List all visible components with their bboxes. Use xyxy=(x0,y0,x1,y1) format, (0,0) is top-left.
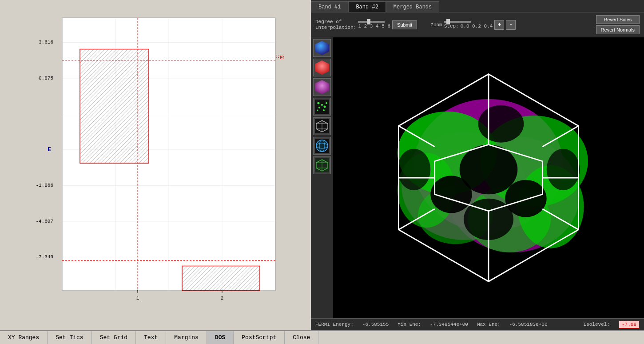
svg-point-36 xyxy=(324,106,326,108)
min-ene-label: Min Ene: xyxy=(398,322,421,327)
svg-text:-4.607: -4.607 xyxy=(36,219,53,224)
set-tics-button[interactable]: Set Tics xyxy=(48,331,91,344)
viz-area xyxy=(311,37,644,318)
dos-button[interactable]: DOS xyxy=(207,331,234,344)
zoom-group: Zoom Step: 0.0 0.2 0.4 + - xyxy=(430,20,516,30)
zoom-minus-button[interactable]: - xyxy=(506,20,516,30)
sidebar-icons xyxy=(311,37,333,318)
icon-crystal-purple[interactable] xyxy=(313,78,331,96)
svg-point-38 xyxy=(317,110,318,111)
svg-rect-16 xyxy=(80,49,149,164)
revert-buttons: Revert Sides Revert Normals xyxy=(596,15,640,34)
icon-crystal-blue[interactable] xyxy=(313,39,331,57)
degree-group: Degree of Interpolation: 1 2 3 4 5 6 Sub… xyxy=(315,19,417,30)
interpolation-label: Interpolation: xyxy=(315,25,356,30)
icon-sphere-teal[interactable] xyxy=(313,137,331,155)
viz-canvas[interactable] xyxy=(333,37,644,318)
isolevel-value[interactable]: -7.08 xyxy=(619,320,640,328)
isolevel-label: Isolevel: xyxy=(584,322,610,327)
fermi-energy-label: FERMI Energy: xyxy=(315,322,354,327)
icon-crystal-red[interactable] xyxy=(313,59,331,76)
tab-band2[interactable]: Band #2 xyxy=(348,1,386,12)
svg-text:-1.866: -1.866 xyxy=(36,183,53,188)
degree-values: 1 2 3 4 5 6 xyxy=(358,24,390,29)
chart-area: Ef 3.616 0.875 E -1.866 -4.607 -7.349 1 … xyxy=(0,0,311,330)
icon-wireframe-green[interactable] xyxy=(313,156,331,174)
chart-svg: Ef 3.616 0.875 E -1.866 -4.607 -7.349 1 … xyxy=(36,9,284,304)
icon-wireframe-dark[interactable] xyxy=(313,117,331,135)
max-ene-value: -6.585183e+00 xyxy=(509,322,548,327)
svg-point-37 xyxy=(323,109,325,111)
postscript-button[interactable]: PostScript xyxy=(234,331,285,344)
svg-text:0.875: 0.875 xyxy=(39,76,53,81)
margins-button[interactable]: Margins xyxy=(166,331,207,344)
svg-point-39 xyxy=(326,102,327,104)
svg-text:E: E xyxy=(48,146,51,153)
controls-bar: Degree of Interpolation: 1 2 3 4 5 6 Sub… xyxy=(311,12,644,37)
tab-band1[interactable]: Band #1 xyxy=(311,1,348,12)
zoom-label: Zoom xyxy=(430,22,442,28)
zoom-slider[interactable] xyxy=(444,21,471,23)
zoom-values: 0.0 0.2 0.4 xyxy=(461,24,493,29)
svg-rect-17 xyxy=(182,266,260,290)
status-bar: FERMI Energy: -6.585155 Min Ene: -7.3485… xyxy=(311,318,644,330)
min-ene-value: -7.348544e+00 xyxy=(430,322,468,327)
fermi-energy-value: -6.585155 xyxy=(362,322,389,327)
tab-bar: Band #1 Band #2 Merged Bands xyxy=(311,0,644,12)
bottom-toolbar: XY Ranges Set Tics Set Grid Text Margins… xyxy=(0,330,644,344)
icon-dots[interactable] xyxy=(313,98,331,116)
degree-label: Degree of xyxy=(315,19,356,24)
max-ene-label: Max Ene: xyxy=(477,322,501,327)
set-grid-button[interactable]: Set Grid xyxy=(92,331,136,344)
left-panel: Ef 3.616 0.875 E -1.866 -4.607 -7.349 1 … xyxy=(0,0,311,330)
svg-point-70 xyxy=(478,105,524,143)
fermi-surface-svg xyxy=(333,37,644,318)
svg-point-33 xyxy=(318,102,320,104)
submit-button[interactable]: Submit xyxy=(392,20,417,29)
svg-point-68 xyxy=(547,149,580,190)
svg-rect-32 xyxy=(315,100,329,114)
svg-text:1: 1 xyxy=(136,296,139,301)
right-panel: Band #1 Band #2 Merged Bands Degree of I… xyxy=(311,0,644,330)
xy-ranges-button[interactable]: XY Ranges xyxy=(0,331,48,344)
close-button[interactable]: Close xyxy=(285,331,318,344)
svg-point-69 xyxy=(398,149,431,190)
text-button[interactable]: Text xyxy=(136,331,166,344)
svg-text:3.616: 3.616 xyxy=(39,40,53,45)
revert-normals-button[interactable]: Revert Normals xyxy=(596,25,640,34)
svg-point-35 xyxy=(318,107,320,108)
zoom-plus-button[interactable]: + xyxy=(494,20,504,30)
tab-merged[interactable]: Merged Bands xyxy=(386,1,439,12)
svg-text:2: 2 xyxy=(221,296,224,301)
degree-slider[interactable] xyxy=(358,21,385,23)
revert-sides-button[interactable]: Revert Sides xyxy=(596,15,640,24)
svg-text:-7.349: -7.349 xyxy=(36,254,53,260)
svg-point-34 xyxy=(321,104,323,106)
svg-point-49 xyxy=(316,140,328,152)
